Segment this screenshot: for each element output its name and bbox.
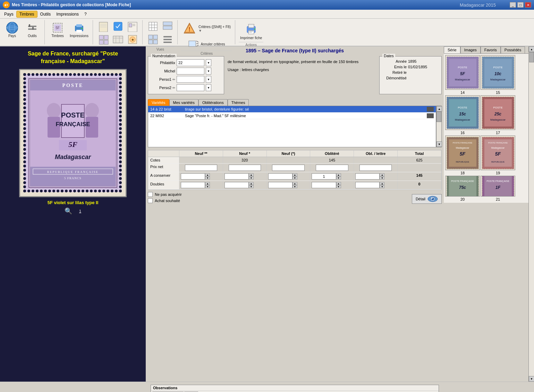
outils-label: Outils [28,34,37,38]
stamp-thumb-19[interactable]: POSTE FRANÇAISE Madagascar 5F REPUBLIQUE… [481,136,515,175]
close-button[interactable]: ✕ [525,2,531,8]
prixnet-neuf-paren-input[interactable] [272,165,304,171]
doubles-neuf-double-down[interactable]: ▼ [205,185,210,188]
variety-scroll-thumb[interactable] [436,112,441,122]
aconserver-neuf-single-up[interactable]: ▲ [249,173,254,176]
collection-btn-5[interactable] [111,33,125,46]
right-scroll-down[interactable]: ▼ [529,376,534,382]
variety-row-2[interactable]: 22 MI92 Sage "Poste fr. - Mad." 5F millé… [148,113,436,119]
vues-btn-4[interactable] [161,33,175,46]
right-scroll-up[interactable]: ▲ [529,46,534,52]
achat-souhaite-checkbox[interactable] [148,198,153,203]
stamp-thumb-20[interactable]: POSTE FRANÇAISE 75c 20 [445,176,480,201]
doubles-neuf-single-input[interactable] [224,182,249,188]
zoom-button[interactable]: 🔍 [65,207,72,215]
collection-btn-4[interactable] [96,33,110,46]
aconserver-neuf-double-up[interactable]: ▲ [205,173,210,176]
aconserver-neuf-single-input[interactable] [224,173,249,180]
stamp-thumb-17[interactable]: POSTE 25c Madagascar 17 [481,95,515,135]
doubles-neuf-paren-input[interactable] [268,182,293,188]
collection-btn-3[interactable] [126,20,139,33]
variety-row-1[interactable]: 14 à 22 brist tirage sur bristol, dentel… [148,106,436,113]
stamp-index[interactable]: 1 [79,209,81,213]
aconserver-neuf-single-down[interactable]: ▼ [249,176,254,180]
doubles-neuf-single-up[interactable]: ▲ [249,182,254,185]
doubles-neuf-single-down[interactable]: ▼ [249,185,254,188]
right-tab-favoris[interactable]: Favoris [481,46,501,53]
stamp-thumb-21[interactable]: POSTE FRANÇAISE 1F 21 [481,176,515,201]
doubles-neuf-double-up[interactable]: ▲ [205,182,210,185]
vues-btn-2[interactable] [161,20,175,33]
outils-button[interactable]: Outils [23,20,42,39]
prixnet-neuf-double-input[interactable] [185,165,217,171]
timbres-button[interactable]: 5F Timbres [48,20,67,39]
perso1-edit-icon[interactable]: ✏ [172,78,175,81]
doubles-neuf-paren-up[interactable]: ▲ [293,182,297,185]
pays-button[interactable]: Pays [3,20,22,39]
criteres-button[interactable]: Critères ([Shift] + F8) ▼ [181,20,232,37]
michel-dropdown[interactable]: ▼ [206,68,211,75]
tab-varietes[interactable]: Variétés [148,99,169,106]
right-panel-tabs: Série Images Favoris Possédés [444,46,528,54]
perso2-input[interactable] [177,84,204,91]
tab-mes-varietes[interactable]: Mes variétés [169,99,198,106]
tab-obliterations[interactable]: Oblitérations [198,99,228,106]
menu-impressions[interactable]: Impressions [53,11,82,17]
minimize-button[interactable]: _ [510,2,516,8]
detail-button[interactable]: Détail [412,194,442,204]
doubles-oblitere-down[interactable]: ▼ [336,185,341,188]
right-tab-possedes[interactable]: Possédés [501,46,525,53]
philatelix-dropdown[interactable]: ▼ [206,59,211,66]
right-tab-images[interactable]: Images [460,46,481,53]
collection-btn-1[interactable] [96,20,110,33]
right-scroll-thumb[interactable] [529,52,534,62]
doubles-oblitere-up[interactable]: ▲ [336,182,341,185]
right-tab-serie[interactable]: Série [444,46,460,53]
collection-btn-6[interactable]: ★ [126,33,139,46]
perso1-input[interactable] [177,76,204,83]
aconserver-neuf-paren-input[interactable] [268,173,293,180]
variety-scroll-up[interactable]: ▲ [436,106,442,112]
aconserver-neuf-double-down[interactable]: ▼ [205,176,210,180]
imprimer-fiche-button[interactable]: Imprimer fiche [239,20,263,41]
vues-btn-1[interactable] [146,20,160,33]
aconserver-oblitere-down[interactable]: ▼ [336,176,341,180]
ne-pas-acquerir-checkbox[interactable] [148,192,153,197]
aconserver-oblitere-input[interactable] [312,173,336,180]
prixnet-oblitere-input[interactable] [316,165,348,171]
menu-pays[interactable]: Pays [1,11,16,17]
prixnet-obl-lettre-input[interactable] [359,165,392,171]
philatelix-input[interactable] [177,59,204,66]
tab-themes[interactable]: Thèmes [228,99,249,106]
stamp-thumb-18[interactable]: POSTE FRANÇAISE Madagascar 5F REPUBLIQUE… [445,136,480,175]
doubles-obl-lettre-up[interactable]: ▲ [380,182,384,185]
doubles-neuf-double-input[interactable] [181,182,205,188]
menu-help[interactable]: ? [82,11,90,17]
aconserver-neuf-double-input[interactable] [181,173,205,180]
doubles-neuf-paren-down[interactable]: ▼ [293,185,297,188]
stamp-thumb-15[interactable]: POSTE 10c Madagascar 15 [481,55,515,95]
menu-timbres[interactable]: Timbres [16,11,37,18]
maximize-button[interactable]: □ [517,2,524,8]
menu-outils[interactable]: Outils [37,11,54,17]
aconserver-obl-lettre-up[interactable]: ▲ [380,173,384,176]
michel-input[interactable] [177,68,204,75]
doubles-obl-lettre-input[interactable] [355,182,380,188]
doubles-obl-lettre-down[interactable]: ▼ [380,185,384,188]
perso2-edit-icon[interactable]: ✏ [172,86,175,90]
aconserver-obl-lettre-down[interactable]: ▼ [380,176,384,180]
doubles-oblitere-input[interactable] [312,182,336,188]
stamp-thumb-16[interactable]: POSTE 15c Madagascar 16 [445,95,480,135]
vues-btn-3[interactable] [146,33,160,46]
aconserver-neuf-paren-down[interactable]: ▼ [293,176,297,180]
aconserver-obl-lettre-input[interactable] [355,173,380,180]
aconserver-neuf-paren-up[interactable]: ▲ [293,173,297,176]
impressions-button[interactable]: Impressions [68,20,90,39]
collection-btn-2[interactable] [111,20,125,33]
perso2-dropdown[interactable]: ▼ [206,84,211,91]
prixnet-neuf-single-input[interactable] [229,165,261,171]
variety-scroll-down[interactable]: ▼ [436,141,442,147]
aconserver-oblitere-up[interactable]: ▲ [336,173,341,176]
perso1-dropdown[interactable]: ▼ [206,76,211,83]
stamp-thumb-14[interactable]: POSTE 5F Madagascar 14 [445,55,480,95]
